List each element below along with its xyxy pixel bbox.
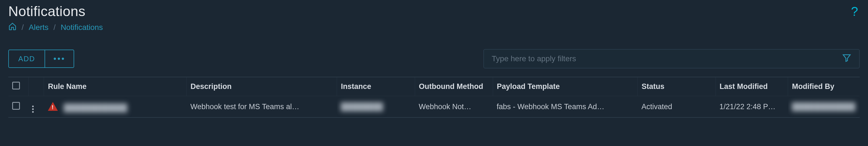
instance-value: ████████	[341, 103, 383, 111]
col-rule-name[interactable]: Rule Name	[44, 77, 186, 96]
notifications-table: Rule Name Description Instance Outbound …	[8, 77, 860, 118]
col-modified-by[interactable]: Modified By	[788, 77, 860, 96]
last-modified-value: 1/21/22 2:48 P…	[716, 96, 788, 118]
description-value: Webhook test for MS Teams al…	[186, 96, 337, 118]
row-menu-icon[interactable]	[32, 106, 34, 113]
add-button[interactable]: ADD	[9, 50, 44, 67]
outbound-value: Webhook Not…	[415, 96, 493, 118]
col-status[interactable]: Status	[638, 77, 716, 96]
home-icon[interactable]	[8, 22, 17, 32]
row-checkbox[interactable]	[12, 102, 20, 110]
help-icon[interactable]: ?	[851, 4, 860, 19]
breadcrumb-alerts[interactable]: Alerts	[29, 23, 49, 32]
breadcrumb-notifications[interactable]: Notifications	[61, 23, 103, 32]
action-button-group: ADD •••	[8, 50, 74, 68]
page-title: Notifications	[8, 3, 86, 20]
col-payload[interactable]: Payload Template	[493, 77, 638, 96]
status-value: Activated	[638, 96, 716, 118]
alert-icon	[48, 102, 58, 111]
col-description[interactable]: Description	[186, 77, 337, 96]
more-actions-button[interactable]: •••	[45, 50, 74, 67]
modified-by-value: ████████████	[792, 103, 856, 111]
col-instance[interactable]: Instance	[337, 77, 415, 96]
breadcrumb: / Alerts / Notifications	[8, 22, 860, 32]
filter-input[interactable]	[492, 54, 842, 63]
rule-name-value: ████████████	[64, 104, 127, 112]
filter-bar[interactable]	[484, 49, 860, 68]
select-all-checkbox[interactable]	[12, 82, 20, 89]
col-last-modified[interactable]: Last Modified	[716, 77, 788, 96]
table-row[interactable]: ████████████ Webhook test for MS Teams a…	[8, 96, 860, 118]
filter-icon[interactable]	[842, 53, 851, 64]
breadcrumb-sep: /	[22, 23, 24, 32]
col-outbound[interactable]: Outbound Method	[415, 77, 493, 96]
payload-value: fabs - Webhook MS Teams Ad…	[493, 96, 638, 118]
breadcrumb-sep: /	[53, 23, 56, 32]
